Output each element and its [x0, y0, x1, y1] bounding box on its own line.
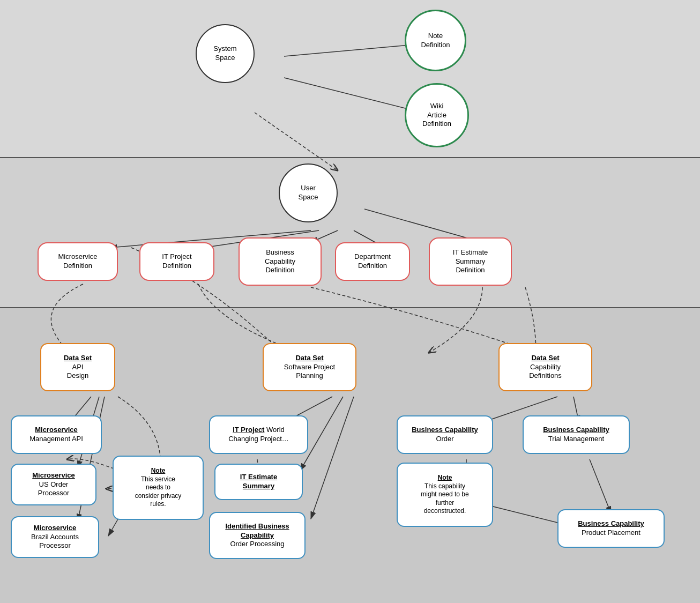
microservice-brazil-label: MicroserviceBrazil AccountsProcessor — [31, 524, 79, 551]
microservice-us-order-label: MicroserviceUS OrderProcessor — [32, 471, 75, 498]
business-capability-definition-label: BusinessCapabilityDefinition — [265, 248, 295, 276]
department-definition-label: DepartmentDefinition — [354, 252, 391, 271]
it-project-world-label: IT Project WorldChanging Project… — [228, 426, 289, 444]
microservice-definition-label: MicroserviceDefinition — [58, 252, 98, 271]
dataset-software-planning-label: Data SetSoftware ProjectPlanning — [284, 354, 335, 381]
it-estimate-summary-definition-label: IT EstimateSummaryDefinition — [453, 248, 488, 276]
dataset-software-planning-node: Data SetSoftware ProjectPlanning — [263, 343, 356, 391]
dataset-capability-definitions-node: Data SetCapabilityDefinitions — [498, 343, 592, 391]
section-middle — [0, 158, 700, 308]
dataset-api-design-label: Data SetAPIDesign — [64, 354, 92, 381]
bc-trial-management-label: Business CapabilityTrial Management — [543, 426, 609, 444]
bc-order-label: Business CapabilityOrder — [412, 426, 478, 444]
department-definition-node: DepartmentDefinition — [335, 242, 410, 281]
identified-bc-order-processing-node: Identified BusinessCapabilityOrder Proce… — [209, 512, 306, 559]
microservice-brazil-node: MicroserviceBrazil AccountsProcessor — [11, 516, 99, 558]
diagram-container: SystemSpace NoteDefinition WikiArticleDe… — [0, 0, 700, 603]
microservice-definition-node: MicroserviceDefinition — [38, 242, 118, 281]
it-estimate-summary-definition-node: IT EstimateSummaryDefinition — [429, 237, 512, 286]
note-privacy-label: NoteThis serviceneeds toconsider privacy… — [135, 467, 182, 509]
it-project-definition-label: IT ProjectDefinition — [162, 252, 191, 271]
wiki-article-definition-label: WikiArticleDefinition — [422, 102, 451, 129]
note-privacy-node: NoteThis serviceneeds toconsider privacy… — [113, 456, 204, 520]
note-definition-node: NoteDefinition — [405, 10, 466, 71]
user-space-node: UserSpace — [279, 163, 338, 222]
it-project-world-node: IT Project WorldChanging Project… — [209, 415, 308, 454]
system-space-label: SystemSpace — [213, 44, 236, 63]
system-space-node: SystemSpace — [196, 24, 255, 83]
bc-product-placement-node: Business CapabilityProduct Placement — [557, 509, 665, 548]
microservice-management-api-node: MicroserviceManagement API — [11, 415, 102, 454]
identified-bc-order-processing-label: Identified BusinessCapabilityOrder Proce… — [225, 522, 289, 549]
note-capability-node: NoteThis capabilitymight need to befurth… — [397, 463, 493, 527]
bc-product-placement-label: Business CapabilityProduct Placement — [578, 519, 644, 538]
microservice-us-order-node: MicroserviceUS OrderProcessor — [11, 464, 96, 505]
microservice-management-api-label: MicroserviceManagement API — [29, 426, 83, 444]
note-definition-label: NoteDefinition — [421, 32, 450, 50]
note-capability-label: NoteThis capabilitymight need to befurth… — [421, 474, 468, 516]
it-project-definition-node: IT ProjectDefinition — [139, 242, 214, 281]
user-space-label: UserSpace — [299, 184, 318, 202]
dataset-capability-definitions-label: Data SetCapabilityDefinitions — [529, 354, 562, 381]
wiki-article-definition-node: WikiArticleDefinition — [405, 83, 469, 147]
dataset-api-design-node: Data SetAPIDesign — [40, 343, 115, 391]
business-capability-definition-node: BusinessCapabilityDefinition — [239, 237, 322, 286]
section-top — [0, 0, 700, 158]
bc-trial-management-node: Business CapabilityTrial Management — [523, 415, 630, 454]
it-estimate-summary-node: IT EstimateSummary — [214, 464, 303, 500]
bc-order-node: Business CapabilityOrder — [397, 415, 493, 454]
it-estimate-summary-label: IT EstimateSummary — [240, 473, 277, 491]
